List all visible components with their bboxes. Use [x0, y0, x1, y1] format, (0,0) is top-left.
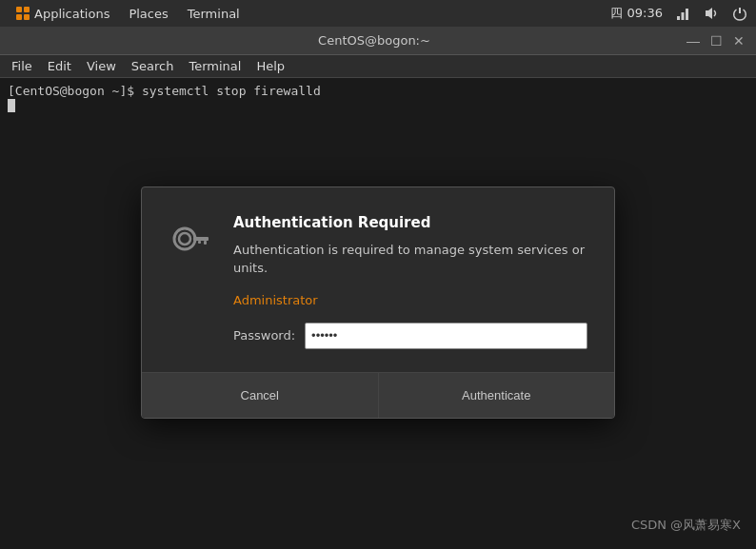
terminal-label: Terminal: [188, 7, 240, 21]
network-icon: [674, 5, 691, 22]
svg-rect-10: [193, 237, 209, 241]
svg-rect-6: [686, 9, 688, 20]
maximize-button[interactable]: ☐: [706, 31, 726, 50]
auth-dialog-title: Authentication Required: [233, 214, 587, 231]
clock: 四 09:36: [610, 5, 663, 22]
svg-rect-1: [24, 7, 30, 12]
applications-icon: [15, 6, 30, 21]
auth-content: Authentication Required Authentication i…: [233, 214, 587, 349]
terminal-controls: — ☐ ✕: [684, 31, 748, 50]
terminal-title: CentOS@bogon:~: [65, 33, 684, 48]
cancel-button[interactable]: Cancel: [142, 373, 379, 418]
svg-rect-3: [24, 14, 30, 20]
close-button[interactable]: ✕: [729, 31, 748, 50]
taskbar-terminal[interactable]: Terminal: [180, 5, 248, 23]
terminal-titlebar: CentOS@bogon:~ — ☐ ✕: [0, 27, 756, 55]
auth-dialog-body: Authentication Required Authentication i…: [142, 187, 614, 372]
auth-dialog: Authentication Required Authentication i…: [141, 186, 615, 419]
auth-user-label: Administrator: [233, 293, 587, 307]
svg-rect-5: [682, 12, 685, 20]
svg-marker-7: [706, 8, 712, 19]
svg-point-8: [174, 228, 195, 249]
taskbar-right: 四 09:36: [610, 5, 748, 22]
svg-point-9: [179, 233, 190, 245]
svg-rect-12: [198, 241, 201, 244]
taskbar-applications[interactable]: Applications: [8, 4, 117, 23]
applications-label: Applications: [34, 7, 109, 21]
svg-rect-0: [16, 7, 22, 12]
taskbar-left: Applications Places Terminal: [8, 4, 248, 23]
auth-password-row: Password:: [233, 323, 587, 349]
auth-icon-area: [169, 214, 214, 349]
dialog-overlay: Authentication Required Authentication i…: [0, 55, 756, 549]
svg-rect-11: [204, 241, 207, 245]
password-input[interactable]: [305, 323, 587, 349]
places-label: Places: [129, 7, 168, 21]
auth-dialog-buttons: Cancel Authenticate: [142, 372, 614, 418]
authenticate-button[interactable]: Authenticate: [379, 373, 615, 418]
auth-dialog-description: Authentication is required to manage sys…: [233, 241, 587, 278]
taskbar-places[interactable]: Places: [121, 5, 175, 23]
power-icon[interactable]: [731, 5, 748, 22]
svg-rect-2: [16, 14, 22, 20]
taskbar: Applications Places Terminal 四 09:36: [0, 0, 756, 27]
svg-rect-4: [677, 16, 680, 20]
volume-icon: [703, 5, 720, 22]
password-label: Password:: [233, 328, 295, 343]
minimize-button[interactable]: —: [684, 31, 703, 50]
key-icon: [169, 218, 214, 264]
